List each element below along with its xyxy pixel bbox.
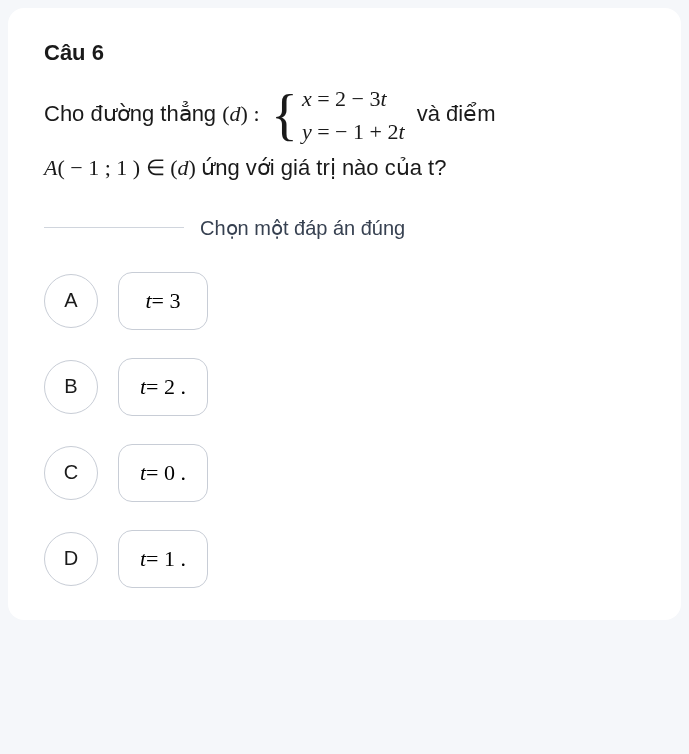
opt-val: = 3 bbox=[152, 288, 181, 314]
eq1-rhs: = 2 − 3 bbox=[312, 86, 381, 111]
equation-2: y = − 1 + 2t bbox=[302, 115, 405, 148]
eq1-t: t bbox=[381, 86, 387, 111]
question-prefix: Cho đường thẳng bbox=[44, 101, 222, 126]
option-letter: B bbox=[44, 360, 98, 414]
eq2-rhs: = − 1 + 2 bbox=[312, 119, 399, 144]
option-value: t = 3 bbox=[118, 272, 208, 330]
option-value: t = 0 . bbox=[118, 444, 208, 502]
point-coords: ( − 1 ; 1 ) ∈ ( bbox=[57, 155, 177, 180]
point-close: ) bbox=[188, 155, 201, 180]
question-body: Cho đường thẳng (d) : { x = 2 − 3t y = −… bbox=[44, 82, 645, 188]
line-paren-close: ) : bbox=[241, 101, 265, 126]
equation-stack: x = 2 − 3t y = − 1 + 2t bbox=[302, 82, 405, 148]
option-d[interactable]: D t = 1 . bbox=[44, 530, 645, 588]
option-c[interactable]: C t = 0 . bbox=[44, 444, 645, 502]
options-list: A t = 3 B t = 2 . C t = 0 . D t = 1 . bbox=[44, 272, 645, 588]
option-a[interactable]: A t = 3 bbox=[44, 272, 645, 330]
question-card: Câu 6 Cho đường thẳng (d) : { x = 2 − 3t… bbox=[8, 8, 681, 620]
option-letter: C bbox=[44, 446, 98, 500]
point-d: d bbox=[177, 155, 188, 180]
eq2-lhs: y bbox=[302, 119, 312, 144]
system-of-equations: { x = 2 − 3t y = − 1 + 2t bbox=[271, 82, 405, 148]
option-value: t = 2 . bbox=[118, 358, 208, 416]
line-paren-open: ( bbox=[222, 101, 229, 126]
question-suffix: và điểm bbox=[417, 101, 496, 126]
instruction-row: Chọn một đáp án đúng bbox=[44, 216, 645, 240]
divider-line bbox=[44, 227, 184, 228]
option-value: t = 1 . bbox=[118, 530, 208, 588]
line-var-d: d bbox=[230, 101, 241, 126]
opt-val: = 1 . bbox=[146, 546, 186, 572]
equation-1: x = 2 − 3t bbox=[302, 82, 405, 115]
eq2-t: t bbox=[398, 119, 404, 144]
instruction-text: Chọn một đáp án đúng bbox=[184, 216, 421, 240]
option-letter: A bbox=[44, 274, 98, 328]
opt-val: = 2 . bbox=[146, 374, 186, 400]
point-A: A bbox=[44, 155, 57, 180]
left-brace-icon: { bbox=[271, 87, 298, 143]
opt-val: = 0 . bbox=[146, 460, 186, 486]
option-letter: D bbox=[44, 532, 98, 586]
option-b[interactable]: B t = 2 . bbox=[44, 358, 645, 416]
eq1-lhs: x bbox=[302, 86, 312, 111]
question-title: Câu 6 bbox=[44, 40, 645, 66]
question-tail: ứng với giá trị nào của t? bbox=[201, 155, 446, 180]
